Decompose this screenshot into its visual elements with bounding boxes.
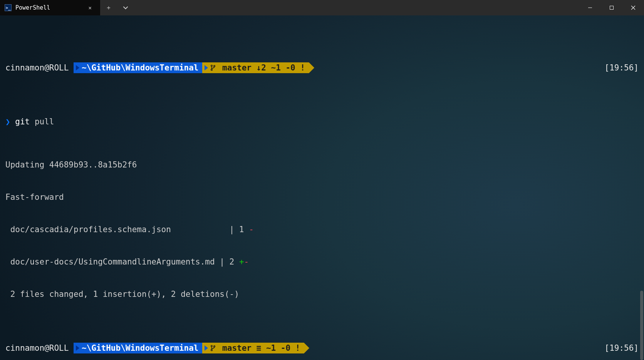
new-tab-button[interactable]: ＋ — [100, 0, 117, 15]
diff-minus: - — [244, 256, 249, 267]
maximize-button[interactable] — [601, 0, 622, 15]
command-keyword: git — [10, 116, 30, 127]
svg-point-2 — [211, 65, 213, 67]
scrollbar[interactable] — [638, 15, 644, 360]
path-segment: ~\GitHub\WindowsTerminal — [74, 343, 202, 353]
git-branch-icon — [210, 345, 216, 352]
terminal-surface[interactable]: cinnamon@ROLL ~\GitHub\WindowsTerminal m… — [0, 15, 644, 360]
git-branch-icon — [210, 64, 216, 71]
maximize-icon — [609, 5, 614, 10]
svg-point-3 — [211, 69, 213, 71]
git-status-segment: master ↓2 ~1 -0 ! — [202, 62, 309, 73]
chevron-right-icon — [205, 345, 208, 351]
user-host: cinnamon@ROLL — [5, 343, 74, 353]
svg-rect-0 — [588, 8, 592, 8]
timestamp: [19:56] — [604, 343, 639, 353]
tab-powershell[interactable]: >_ PowerShell ✕ — [0, 0, 100, 15]
tab-close-button[interactable]: ✕ — [86, 4, 94, 12]
git-status-segment: master ≡ ~1 -0 ! — [202, 343, 304, 353]
git-status-text: master ≡ ~1 -0 ! — [217, 343, 300, 353]
tab-label: PowerShell — [15, 4, 50, 11]
svg-point-6 — [211, 350, 213, 351]
path-text: ~\GitHub\WindowsTerminal — [82, 343, 198, 353]
powerline-chain: ~\GitHub\WindowsTerminal master ↓2 ~1 -0… — [74, 62, 316, 73]
output-line: doc/cascadia/profiles.schema.json | 1 - — [5, 224, 639, 235]
svg-rect-1 — [610, 6, 614, 10]
chevron-right-icon — [76, 65, 79, 70]
chevron-down-icon — [123, 5, 128, 10]
minimize-icon — [588, 5, 592, 10]
minimize-button[interactable] — [579, 0, 601, 15]
svg-point-4 — [214, 65, 215, 67]
diff-plus: + — [239, 256, 244, 267]
chevron-right-icon — [205, 65, 208, 70]
close-window-button[interactable] — [622, 0, 644, 15]
prompt-line: cinnamon@ROLL ~\GitHub\WindowsTerminal m… — [5, 62, 639, 73]
path-text: ~\GitHub\WindowsTerminal — [82, 62, 198, 73]
tab-dropdown-button[interactable] — [117, 0, 134, 15]
output-line: doc/user-docs/UsingCommandlineArguments.… — [5, 256, 639, 267]
command-line: ❯ git pull — [5, 116, 639, 127]
user-host: cinnamon@ROLL — [5, 62, 74, 73]
prompt-caret: ❯ — [5, 116, 10, 127]
titlebar: >_ PowerShell ✕ ＋ — [0, 0, 644, 15]
diff-minus: - — [249, 224, 254, 235]
scrollbar-thumb[interactable] — [640, 291, 643, 360]
titlebar-drag-area[interactable] — [134, 0, 579, 15]
git-status-text: master ↓2 ~1 -0 ! — [217, 62, 305, 73]
powershell-icon: >_ — [5, 4, 12, 11]
powerline-chain: ~\GitHub\WindowsTerminal master ≡ ~1 -0 … — [74, 343, 311, 353]
path-segment: ~\GitHub\WindowsTerminal — [74, 62, 202, 73]
command-args: pull — [30, 116, 54, 127]
output-line: Updating 44689b93..8a15b2f6 — [5, 159, 639, 170]
output-line: Fast-forward — [5, 192, 639, 203]
output-line: 2 files changed, 1 insertion(+), 2 delet… — [5, 289, 639, 300]
prompt-line: cinnamon@ROLL ~\GitHub\WindowsTerminal m… — [5, 343, 639, 353]
chevron-right-icon — [76, 345, 79, 351]
svg-point-7 — [214, 346, 215, 347]
close-icon — [631, 5, 636, 10]
timestamp: [19:56] — [604, 62, 639, 73]
svg-point-5 — [211, 345, 213, 347]
window-controls — [579, 0, 644, 15]
